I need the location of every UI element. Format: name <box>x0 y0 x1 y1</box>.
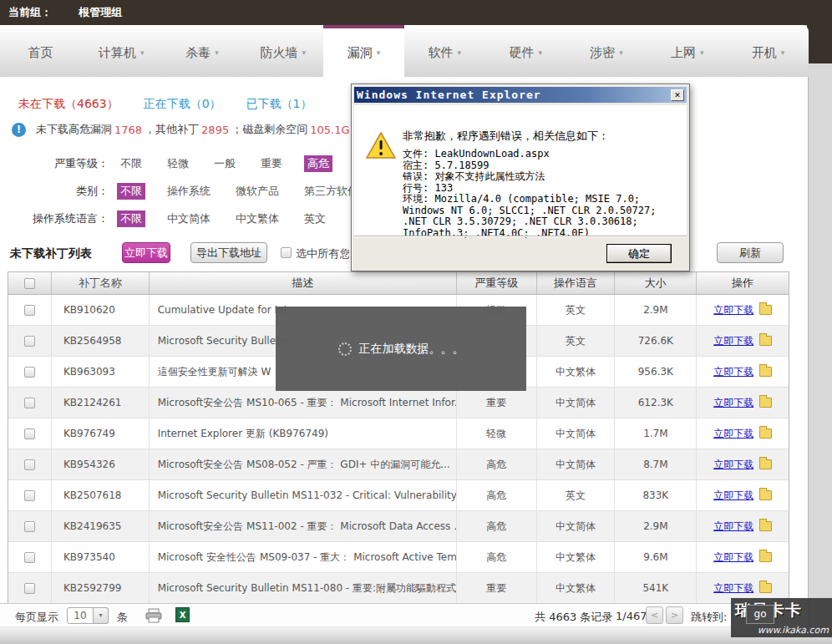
summary-text-3: ；磁盘剩余空间 <box>231 122 307 137</box>
go-button[interactable]: go <box>746 605 774 624</box>
folder-icon[interactable] <box>759 305 772 315</box>
bottom-strip <box>0 626 832 644</box>
info-icon: ! <box>12 123 26 137</box>
folder-icon[interactable] <box>759 367 772 377</box>
patch-size: 1.7M <box>615 418 697 449</box>
excel-export-icon[interactable]: X <box>175 607 190 622</box>
tab-boot[interactable]: 开机▾ <box>728 25 809 77</box>
patch-name: KB973540 <box>52 542 150 572</box>
patch-lang: 中文繁体 <box>537 357 616 387</box>
patch-desc: Microsoft Security Bulletin MS11-032 - C… <box>150 480 457 510</box>
row-checkbox[interactable] <box>24 552 35 563</box>
filter-category-os[interactable]: 操作系统 <box>164 183 214 200</box>
loading-text: 正在加载数据。。。 <box>359 342 464 357</box>
patch-severity: 高危 <box>457 449 537 479</box>
ok-button[interactable]: 确定 <box>606 244 672 263</box>
detail-host: 宿主: 5.7.18599 <box>403 160 683 172</box>
filter-severity-normal[interactable]: 一般 <box>211 155 239 172</box>
folder-icon[interactable] <box>759 552 772 562</box>
patch-lang: 中文简体 <box>537 388 616 418</box>
summary-info: ! 未下载高危漏洞 1768 ，其他补丁 2895 ；磁盘剩余空间 105.1G <box>12 122 352 137</box>
download-link[interactable]: 立即下载 <box>713 334 753 348</box>
list-title: 未下载补丁列表 <box>10 246 92 261</box>
refresh-button[interactable]: 刷新 <box>717 242 784 263</box>
next-page-button[interactable]: > <box>666 606 683 624</box>
filter-lang-any[interactable]: 不限 <box>117 210 145 227</box>
download-link[interactable]: 立即下载 <box>713 396 753 410</box>
tab-downloading[interactable]: 正在下载（0） <box>144 97 221 112</box>
row-checkbox[interactable] <box>24 583 35 594</box>
export-urls-button[interactable]: 导出下载地址 <box>190 242 267 263</box>
patch-size: 726.6K <box>615 326 697 356</box>
filter-lang-simplified[interactable]: 中文简体 <box>164 210 214 227</box>
header-checkbox[interactable] <box>24 278 35 289</box>
per-page-dropdown-button[interactable]: ▾ <box>94 607 109 624</box>
tab-vulnerability[interactable]: 漏洞▾ <box>323 25 404 77</box>
loading-overlay: 正在加载数据。。。 <box>276 307 526 391</box>
folder-icon[interactable] <box>759 583 772 593</box>
download-link[interactable]: 立即下载 <box>713 458 753 472</box>
download-link[interactable]: 立即下载 <box>713 581 753 596</box>
download-link[interactable]: 立即下载 <box>713 520 753 534</box>
per-page-label: 每页显示 <box>15 610 58 625</box>
tab-vulnerability-label: 漏洞 <box>348 45 373 61</box>
patch-size: 9.6M <box>615 542 697 572</box>
dialog-titlebar[interactable]: Windows Internet Explorer ✕ <box>354 87 687 103</box>
download-link[interactable]: 立即下载 <box>713 550 753 565</box>
per-page-input[interactable] <box>67 607 94 624</box>
watermark-url: www.ikaka.com <box>758 625 829 636</box>
folder-icon[interactable] <box>759 336 772 346</box>
col-size: 大小 <box>615 272 697 294</box>
row-checkbox[interactable] <box>24 305 35 316</box>
folder-icon[interactable] <box>759 428 772 439</box>
filter-lang-traditional[interactable]: 中文繁体 <box>232 210 282 227</box>
tab-internet[interactable]: 上网▾ <box>647 25 728 77</box>
folder-icon[interactable] <box>759 459 772 469</box>
row-checkbox[interactable] <box>24 336 35 347</box>
tab-firewall-label: 防火墙 <box>261 45 298 61</box>
tab-hardware[interactable]: 硬件▾ <box>485 25 566 77</box>
folder-icon[interactable] <box>759 521 772 531</box>
table-row: KB954326 Microsoft安全公告 MS08-052 - 严重： GD… <box>8 449 789 480</box>
folder-icon[interactable] <box>759 490 772 500</box>
row-checkbox[interactable] <box>24 490 35 501</box>
select-all-checkbox[interactable] <box>281 247 292 258</box>
filter-category-microsoft[interactable]: 微软产品 <box>232 183 282 200</box>
summary-text-1: 未下载高危漏洞 <box>36 122 112 137</box>
filter-lang-english[interactable]: 英文 <box>301 210 329 227</box>
download-link[interactable]: 立即下载 <box>713 427 753 441</box>
table-row: KB2124261 Microsoft安全公告 MS10-065 - 重要： M… <box>8 388 789 418</box>
row-checkbox[interactable] <box>24 521 35 532</box>
filter-severity-minor[interactable]: 轻微 <box>164 155 192 172</box>
row-checkbox[interactable] <box>24 428 35 439</box>
filter-severity-any[interactable]: 不限 <box>117 155 145 172</box>
patch-size: 956.3K <box>615 357 697 387</box>
download-now-button[interactable]: 立即下载 <box>122 242 170 263</box>
tab-firewall[interactable]: 防火墙▾ <box>242 25 323 77</box>
tab-not-downloaded[interactable]: 未在下载（4663） <box>18 97 119 112</box>
download-link[interactable]: 立即下载 <box>713 365 753 379</box>
tab-software[interactable]: 软件▾ <box>404 25 485 77</box>
tab-classified[interactable]: 涉密▾ <box>566 25 647 77</box>
tab-computer[interactable]: 计算机▾ <box>81 25 162 77</box>
tab-home[interactable]: 首页 <box>0 25 81 77</box>
close-icon[interactable]: ✕ <box>671 89 684 101</box>
tab-downloaded[interactable]: 已下载（1） <box>246 97 312 112</box>
table-row: KB973540 Microsoft 安全性公告 MS09-037 - 重大： … <box>8 542 789 573</box>
tab-antivirus[interactable]: 杀毒▾ <box>162 25 243 77</box>
prev-page-button[interactable]: < <box>646 606 663 624</box>
row-checkbox[interactable] <box>24 459 35 470</box>
patch-desc: Microsoft安全公告 MS08-052 - 严重： GDI+ 中的漏洞可能… <box>150 449 457 479</box>
folder-icon[interactable] <box>759 398 772 408</box>
row-checkbox[interactable] <box>24 398 35 408</box>
row-checkbox[interactable] <box>24 367 35 378</box>
table-row: KB2419635 Microsoft安全公告 MS11-002 - 重要： M… <box>8 511 789 542</box>
printer-icon[interactable] <box>145 608 162 626</box>
download-link[interactable]: 立即下载 <box>713 303 753 317</box>
download-link[interactable]: 立即下载 <box>713 489 753 503</box>
filter-severity-important[interactable]: 重要 <box>257 155 286 172</box>
clipped-text: 您 <box>340 246 349 261</box>
filter-severity-high[interactable]: 高危 <box>304 155 332 172</box>
filter-category-any[interactable]: 不限 <box>117 183 145 200</box>
chevron-down-icon: ▾ <box>140 49 145 57</box>
